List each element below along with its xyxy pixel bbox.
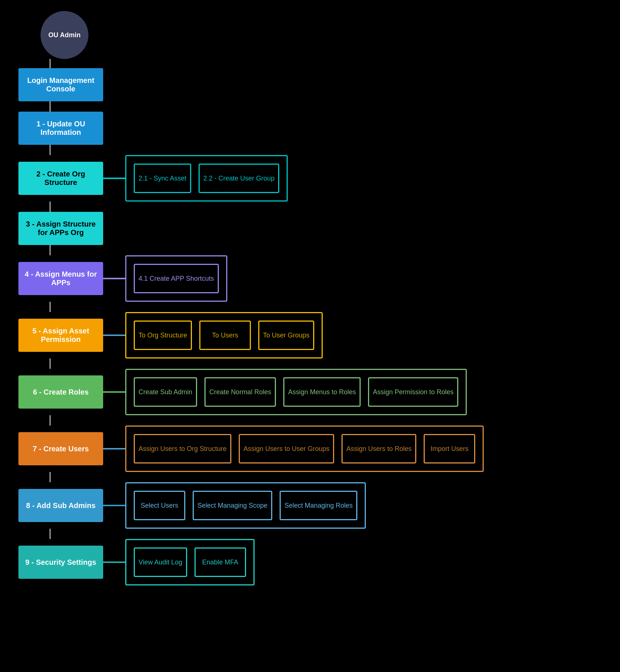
- h-connector-9: [103, 561, 125, 563]
- connector-line: [49, 529, 51, 539]
- sub-box-8-1[interactable]: Select Users: [134, 491, 185, 520]
- step8-box[interactable]: 8 - Add Sub Admins: [18, 489, 103, 522]
- sub-box-9-2[interactable]: Enable MFA: [195, 547, 246, 577]
- sub-box-5-3[interactable]: To User Groups: [258, 321, 314, 350]
- row-step1: 1 - Update OU Information: [11, 112, 620, 145]
- step3-box[interactable]: 3 - Assign Structure for APPs Org: [18, 212, 103, 245]
- h-connector-6: [103, 391, 125, 393]
- h-connector-2: [103, 178, 125, 179]
- sub-box-6-3[interactable]: Assign Menus to Roles: [283, 377, 361, 407]
- row-step9: 9 - Security Settings View Audit Log Ena…: [11, 539, 620, 585]
- connector-line: [49, 358, 51, 369]
- row-step3: 3 - Assign Structure for APPs Org: [11, 212, 620, 245]
- login-box[interactable]: Login Management Console: [18, 68, 103, 101]
- h-connector-5: [103, 335, 125, 336]
- step8-sub-container: Select Users Select Managing Scope Selec…: [125, 482, 366, 529]
- step4-sub-container: 4.1 Create APP Shortcuts: [125, 255, 227, 302]
- step5-sub-container: To Org Structure To Users To User Groups: [125, 312, 323, 358]
- sub-box-8-2[interactable]: Select Managing Scope: [193, 491, 272, 520]
- sub-box-2-2[interactable]: 2.2 - Create User Group: [199, 164, 279, 193]
- connector-line: [49, 302, 51, 312]
- sub-box-9-1[interactable]: View Audit Log: [134, 547, 187, 577]
- sub-box-6-1[interactable]: Create Sub Admin: [134, 377, 197, 407]
- sub-box-2-1[interactable]: 2.1 - Sync Asset: [134, 164, 191, 193]
- row-step8: 8 - Add Sub Admins Select Users Select M…: [11, 482, 620, 529]
- step9-box[interactable]: 9 - Security Settings: [18, 546, 103, 579]
- connector-line: [49, 245, 51, 255]
- connector-line: [49, 202, 51, 212]
- sub-box-6-4[interactable]: Assign Permission to Roles: [368, 377, 458, 407]
- h-connector-8: [103, 505, 125, 506]
- step6-box[interactable]: 6 - Create Roles: [18, 375, 103, 409]
- step6-sub-container: Create Sub Admin Create Normal Roles Ass…: [125, 369, 467, 415]
- step7-sub-container: Assign Users to Org Structure Assign Use…: [125, 426, 484, 472]
- step1-box[interactable]: 1 - Update OU Information: [18, 112, 103, 145]
- row-login: Login Management Console: [11, 68, 620, 101]
- connector-line: [49, 59, 51, 68]
- sub-box-7-4[interactable]: Import Users: [424, 434, 475, 463]
- row-step2: 2 - Create Org Structure 2.1 - Sync Asse…: [11, 155, 620, 202]
- sub-box-6-2[interactable]: Create Normal Roles: [204, 377, 276, 407]
- row-step7: 7 - Create Users Assign Users to Org Str…: [11, 426, 620, 472]
- sub-box-8-3[interactable]: Select Managing Roles: [280, 491, 357, 520]
- step7-box[interactable]: 7 - Create Users: [18, 432, 103, 465]
- step2-box[interactable]: 2 - Create Org Structure: [18, 162, 103, 195]
- row-step4: 4 - Assign Menus for APPs 4.1 Create APP…: [11, 255, 620, 302]
- sub-box-7-3[interactable]: Assign Users to Roles: [341, 434, 416, 463]
- row-step6: 6 - Create Roles Create Sub Admin Create…: [11, 369, 620, 415]
- connector-line: [49, 145, 51, 155]
- sub-box-4-1[interactable]: 4.1 Create APP Shortcuts: [134, 264, 219, 293]
- h-connector-4: [103, 278, 125, 279]
- step9-sub-container: View Audit Log Enable MFA: [125, 539, 255, 585]
- step4-box[interactable]: 4 - Assign Menus for APPs: [18, 262, 103, 295]
- avatar: OU Admin: [41, 11, 88, 59]
- h-connector-7: [103, 448, 125, 449]
- connector-line: [49, 415, 51, 426]
- step5-box[interactable]: 5 - Assign Asset Permission: [18, 319, 103, 352]
- row-step5: 5 - Assign Asset Permission To Org Struc…: [11, 312, 620, 358]
- step2-sub-container: 2.1 - Sync Asset 2.2 - Create User Group: [125, 155, 288, 202]
- sub-box-5-1[interactable]: To Org Structure: [134, 321, 192, 350]
- avatar-label: OU Admin: [48, 31, 80, 39]
- diagram-container: OU Admin Login Management Console 1 - Up…: [0, 0, 620, 608]
- sub-box-7-1[interactable]: Assign Users to Org Structure: [134, 434, 231, 463]
- connector-line: [49, 472, 51, 482]
- connector-line: [49, 101, 51, 112]
- sub-box-5-2[interactable]: To Users: [199, 321, 251, 350]
- sub-box-7-2[interactable]: Assign Users to User Groups: [239, 434, 334, 463]
